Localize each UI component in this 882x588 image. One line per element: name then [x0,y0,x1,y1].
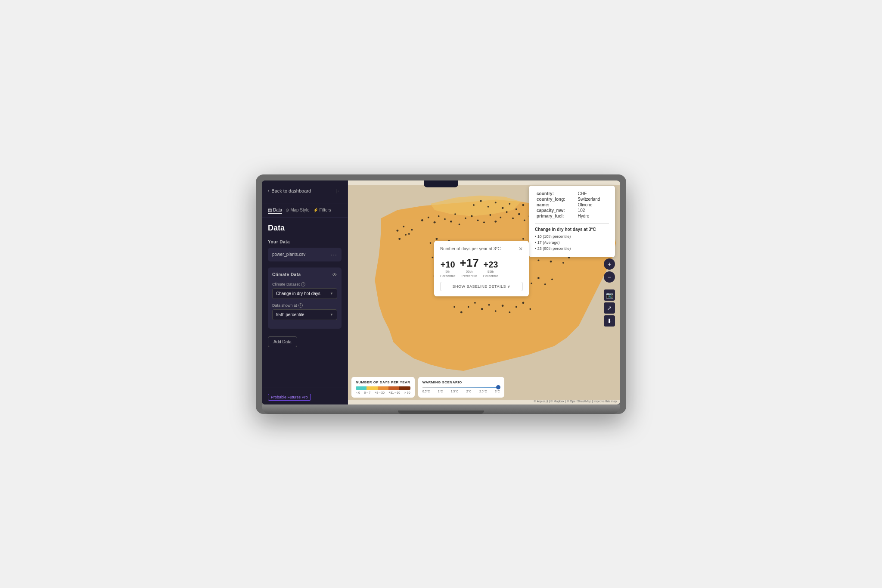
warming-label-3: 2°C [466,390,472,393]
map-area[interactable]: country: CHE country_long: Switzerland n… [348,180,620,404]
legend-labels: < 0 0→7 +8→30 +31→60 > 60 [356,391,410,394]
data-shown-field-label: Data shown at i [272,303,337,308]
legend-color-4 [388,386,399,390]
percentile-title: Number of days per year at 3°C [440,246,501,251]
warming-label-1: 1°C [438,390,443,393]
fuel-label: primary_fuel: [535,213,576,219]
country-value: CHE [576,191,609,196]
climate-dataset-field-label: Climate Dataset i [272,282,337,286]
file-name: power_plants.csv [272,252,305,257]
legend-color-3 [378,386,388,390]
back-label: Back to dashboard [271,188,311,193]
pct-5th-label: 5thPercentile [440,270,456,279]
zoom-in-button[interactable]: + [604,258,615,270]
capacity-label: capacity_mw: [535,208,576,213]
data-shown-value: 95th percentile [276,312,304,317]
data-shown-text: Data shown at [272,303,297,308]
baseline-details-button[interactable]: SHOW BASELINE DETAILS ∨ [440,282,523,291]
map-style-icon: ⊙ [286,208,289,212]
warming-label-0: 0.5°C [422,390,430,393]
legend-label-2: +8→30 [375,391,385,394]
percentile-header: Number of days per year at 3°C ✕ [440,246,523,252]
popup-divider [535,223,609,224]
more-options-button[interactable]: ··· [331,251,337,258]
pro-badge: Probable Futures Pro [268,394,311,401]
external-link-button[interactable]: ↗ [604,302,615,314]
chevron-down-icon-2: ▼ [330,313,333,317]
pct-5th-value: +10 [441,260,455,270]
location-info-table: country: CHE country_long: Switzerland n… [535,191,609,219]
sidebar-footer: Probable Futures Pro [262,388,348,404]
download-button[interactable]: ⬇ [604,315,615,327]
legend-color-5 [399,386,410,390]
warming-labels: 0.5°C 1°C 1.5°C 2°C 2.5°C 3°C [422,390,500,393]
laptop-base [262,404,620,414]
tab-data[interactable]: ▤ Data [268,207,282,214]
legend-label-1: 0→7 [364,391,371,394]
popup-bullet-2: • 17 (Average) [535,240,609,246]
your-data-section: power_plants.csv ··· [268,248,342,261]
filters-icon: ⚡ [313,208,318,212]
add-data-button[interactable]: Add Data [268,336,297,347]
your-data-label: Your Data [268,240,342,244]
location-info-popup: country: CHE country_long: Switzerland n… [529,186,615,257]
warming-card: WARMING SCENARIO 0.5°C 1°C 1.5°C 2°C 2.5… [418,377,504,398]
warming-label-4: 2.5°C [479,390,487,393]
sidebar-content: Data Your Data power_plants.csv ··· Clim… [262,218,348,388]
country-label: country: [535,191,576,196]
info-icon[interactable]: i [301,282,305,286]
chevron-left-icon: ‹ [268,188,269,193]
name-value: Olivone [576,202,609,208]
name-label: name: [535,202,576,208]
legend-label-3: +31→60 [388,391,400,394]
pct-50th-label: 50thPercentile [462,270,477,279]
popup-bullet-1: • 10 (10th percentile) [535,233,609,240]
close-popup-button[interactable]: ✕ [519,246,523,252]
zoom-out-button[interactable]: − [604,271,615,283]
legend-bar [356,386,410,390]
legend-area: NUMBER OF DAYS PER YEAR < 0 0→7 +8→30 +3… [351,377,504,398]
pct-50th-value: +17 [460,256,479,270]
climate-data-label: Climate Data [272,272,301,277]
page-title: Data [268,224,342,233]
data-shown-dropdown[interactable]: 95th percentile ▼ [272,309,337,320]
popup-climate-title: Change in dry hot days at 3°C [535,227,609,232]
pct-95th-label: 95thPercentile [483,270,499,279]
country-long-value: Switzerland [576,196,609,202]
warming-slider[interactable] [422,387,500,388]
collapse-icon: |← [335,188,342,193]
tab-filters[interactable]: ⚡ Filters [313,207,331,214]
climate-dataset-text: Climate Dataset [272,282,300,286]
percentile-5th: +10 5thPercentile [440,260,456,279]
days-legend: NUMBER OF DAYS PER YEAR < 0 0→7 +8→30 +3… [351,377,415,398]
back-to-dashboard[interactable]: ‹ Back to dashboard |← [268,188,342,193]
chevron-down-icon: ▼ [330,292,333,296]
climate-dataset-dropdown[interactable]: Change in dry hot days ▼ [272,288,337,299]
info-icon-2[interactable]: i [298,303,303,308]
popup-bullet-3: • 23 (90th percentile) [535,246,609,252]
warming-slider-thumb [496,385,500,389]
tab-map-style[interactable]: ⊙ Map Style [286,207,309,214]
eye-icon[interactable]: 👁 [332,272,337,278]
country-long-label: country_long: [535,196,576,202]
legend-label-0: < 0 [356,391,360,394]
warming-label-5: 3°C [495,390,500,393]
percentile-95th: +23 95thPercentile [483,260,499,279]
fuel-value: Hydro [576,213,609,219]
legend-title: NUMBER OF DAYS PER YEAR [356,380,410,384]
warming-title: WARMING SCENARIO [422,380,500,384]
percentile-values: +10 5thPercentile +17 50thPercentile +23… [440,256,523,279]
tab-map-style-label: Map Style [290,208,309,212]
warming-label-2: 1.5°C [451,390,459,393]
percentile-popup: Number of days per year at 3°C ✕ +10 5th… [434,241,529,297]
sidebar-header: ‹ Back to dashboard |← [262,180,348,203]
tab-data-label: Data [273,208,282,212]
legend-color-2 [366,386,377,390]
map-attribution: © kepler.gl | © Mapbox | © OpenStreetMap… [534,400,617,403]
sidebar: ‹ Back to dashboard |← ▤ Data ⊙ Map Styl… [262,180,348,404]
climate-dataset-value: Change in dry hot days [276,291,320,296]
map-controls: + − 📷 ↗ ⬇ [604,258,615,327]
tab-filters-label: Filters [320,208,331,212]
screenshot-button[interactable]: 📷 [604,289,615,301]
capacity-value: 102 [576,208,609,213]
